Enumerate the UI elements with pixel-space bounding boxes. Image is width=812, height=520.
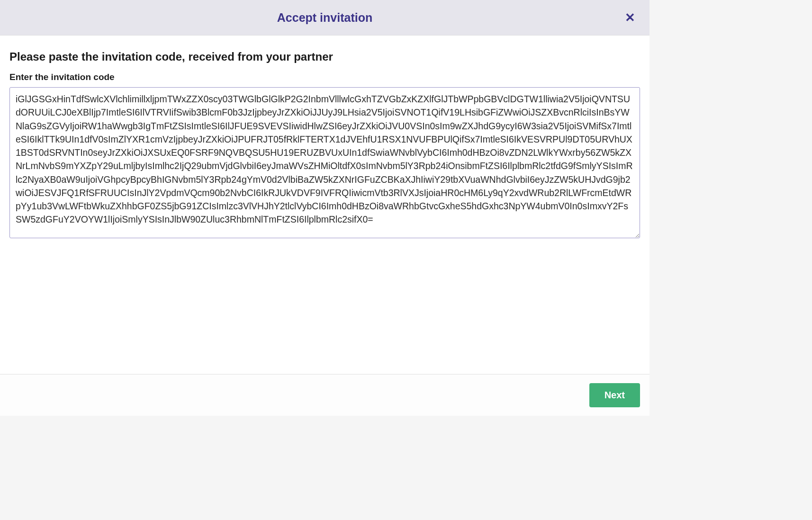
modal-header: Accept invitation ✕ [0, 0, 650, 36]
modal-body: Please paste the invitation code, receiv… [0, 36, 650, 374]
modal-footer: Next [0, 374, 650, 416]
modal-title: Accept invitation [277, 11, 372, 25]
close-button[interactable]: ✕ [620, 9, 640, 27]
invitation-code-label: Enter the invitation code [9, 72, 640, 82]
invitation-code-input[interactable] [9, 87, 640, 238]
close-icon: ✕ [625, 10, 635, 25]
accept-invitation-modal: Accept invitation ✕ Please paste the inv… [0, 0, 650, 416]
next-button[interactable]: Next [589, 383, 640, 407]
instruction-heading: Please paste the invitation code, receiv… [9, 50, 640, 63]
